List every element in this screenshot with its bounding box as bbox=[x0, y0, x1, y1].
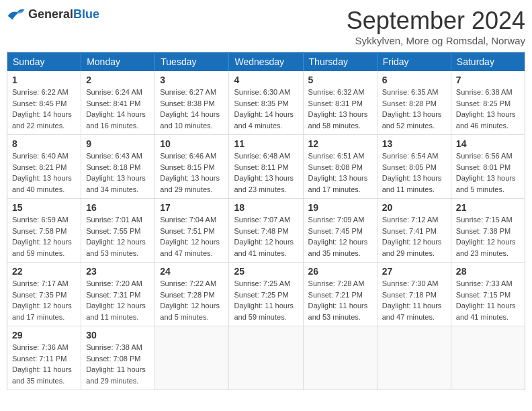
day-number: 4 bbox=[234, 75, 298, 85]
header: GeneralBlue September 2024 Sykkylven, Mo… bbox=[7, 7, 525, 46]
header-monday: Monday bbox=[81, 52, 155, 72]
day-number: 23 bbox=[86, 266, 150, 277]
day-number: 16 bbox=[86, 202, 150, 213]
day-number: 1 bbox=[12, 75, 76, 85]
day-cell: 15Sunrise: 6:59 AMSunset: 7:58 PMDayligh… bbox=[7, 199, 81, 263]
day-number: 10 bbox=[160, 138, 224, 149]
day-cell: 5Sunrise: 6:32 AMSunset: 8:31 PMDaylight… bbox=[303, 71, 377, 135]
day-info: Sunrise: 7:20 AMSunset: 7:31 PMDaylight:… bbox=[86, 278, 150, 322]
day-cell bbox=[229, 326, 303, 390]
day-cell: 3Sunrise: 6:27 AMSunset: 8:38 PMDaylight… bbox=[155, 71, 229, 135]
day-number: 28 bbox=[456, 266, 520, 277]
day-cell: 7Sunrise: 6:38 AMSunset: 8:25 PMDaylight… bbox=[451, 71, 525, 135]
day-info: Sunrise: 7:30 AMSunset: 7:18 PMDaylight:… bbox=[382, 278, 446, 322]
day-info: Sunrise: 6:46 AMSunset: 8:15 PMDaylight:… bbox=[160, 150, 224, 195]
day-info: Sunrise: 6:43 AMSunset: 8:18 PMDaylight:… bbox=[86, 150, 150, 195]
day-cell: 17Sunrise: 7:04 AMSunset: 7:51 PMDayligh… bbox=[155, 199, 229, 263]
day-number: 6 bbox=[382, 75, 446, 85]
day-number: 29 bbox=[12, 330, 76, 340]
day-cell: 10Sunrise: 6:46 AMSunset: 8:15 PMDayligh… bbox=[155, 135, 229, 199]
day-number: 20 bbox=[382, 202, 446, 213]
week-row-3: 15Sunrise: 6:59 AMSunset: 7:58 PMDayligh… bbox=[7, 199, 525, 263]
day-cell: 22Sunrise: 7:17 AMSunset: 7:35 PMDayligh… bbox=[7, 263, 81, 326]
day-cell: 16Sunrise: 7:01 AMSunset: 7:55 PMDayligh… bbox=[81, 199, 155, 263]
day-info: Sunrise: 7:38 AMSunset: 7:08 PMDaylight:… bbox=[86, 342, 150, 386]
day-info: Sunrise: 6:38 AMSunset: 8:25 PMDaylight:… bbox=[456, 87, 520, 131]
day-info: Sunrise: 7:15 AMSunset: 7:38 PMDaylight:… bbox=[456, 214, 520, 259]
day-info: Sunrise: 7:12 AMSunset: 7:41 PMDaylight:… bbox=[382, 214, 446, 259]
days-header-row: SundayMondayTuesdayWednesdayThursdayFrid… bbox=[7, 52, 525, 72]
day-cell: 23Sunrise: 7:20 AMSunset: 7:31 PMDayligh… bbox=[81, 263, 155, 326]
day-info: Sunrise: 7:17 AMSunset: 7:35 PMDaylight:… bbox=[12, 278, 76, 322]
day-cell: 29Sunrise: 7:36 AMSunset: 7:11 PMDayligh… bbox=[7, 326, 81, 390]
day-number: 9 bbox=[86, 138, 150, 149]
day-info: Sunrise: 6:22 AMSunset: 8:45 PMDaylight:… bbox=[12, 87, 76, 131]
title-section: September 2024 Sykkylven, More og Romsda… bbox=[347, 7, 525, 46]
main-title: September 2024 bbox=[347, 7, 525, 35]
day-number: 30 bbox=[86, 330, 150, 340]
day-cell: 11Sunrise: 6:48 AMSunset: 8:11 PMDayligh… bbox=[229, 135, 303, 199]
day-cell: 12Sunrise: 6:51 AMSunset: 8:08 PMDayligh… bbox=[303, 135, 377, 199]
day-number: 12 bbox=[308, 138, 372, 149]
day-number: 22 bbox=[12, 266, 76, 277]
day-info: Sunrise: 6:51 AMSunset: 8:08 PMDaylight:… bbox=[308, 150, 372, 195]
day-cell bbox=[155, 326, 229, 390]
subtitle: Sykkylven, More og Romsdal, Norway bbox=[347, 35, 525, 46]
day-cell: 19Sunrise: 7:09 AMSunset: 7:45 PMDayligh… bbox=[303, 199, 377, 263]
header-friday: Friday bbox=[377, 52, 451, 72]
header-sunday: Sunday bbox=[7, 52, 81, 72]
week-row-1: 1Sunrise: 6:22 AMSunset: 8:45 PMDaylight… bbox=[7, 71, 525, 135]
day-info: Sunrise: 6:56 AMSunset: 8:01 PMDaylight:… bbox=[456, 150, 520, 195]
day-cell: 9Sunrise: 6:43 AMSunset: 8:18 PMDaylight… bbox=[81, 135, 155, 199]
day-info: Sunrise: 6:35 AMSunset: 8:28 PMDaylight:… bbox=[382, 87, 446, 131]
header-wednesday: Wednesday bbox=[229, 52, 303, 72]
day-number: 21 bbox=[456, 202, 520, 213]
day-number: 14 bbox=[456, 138, 520, 149]
day-number: 17 bbox=[160, 202, 224, 213]
day-info: Sunrise: 7:04 AMSunset: 7:51 PMDaylight:… bbox=[160, 214, 224, 259]
day-number: 25 bbox=[234, 266, 298, 277]
day-number: 18 bbox=[234, 202, 298, 213]
day-cell: 21Sunrise: 7:15 AMSunset: 7:38 PMDayligh… bbox=[451, 199, 525, 263]
day-cell bbox=[377, 326, 451, 390]
day-cell: 1Sunrise: 6:22 AMSunset: 8:45 PMDaylight… bbox=[7, 71, 81, 135]
day-info: Sunrise: 7:33 AMSunset: 7:15 PMDaylight:… bbox=[456, 278, 520, 322]
day-number: 3 bbox=[160, 75, 224, 85]
day-cell: 30Sunrise: 7:38 AMSunset: 7:08 PMDayligh… bbox=[81, 326, 155, 390]
day-number: 19 bbox=[308, 202, 372, 213]
day-number: 7 bbox=[456, 75, 520, 85]
day-cell: 14Sunrise: 6:56 AMSunset: 8:01 PMDayligh… bbox=[451, 135, 525, 199]
day-info: Sunrise: 6:27 AMSunset: 8:38 PMDaylight:… bbox=[160, 87, 224, 131]
day-number: 11 bbox=[234, 138, 298, 149]
day-info: Sunrise: 7:09 AMSunset: 7:45 PMDaylight:… bbox=[308, 214, 372, 259]
week-row-4: 22Sunrise: 7:17 AMSunset: 7:35 PMDayligh… bbox=[7, 263, 525, 326]
logo: GeneralBlue bbox=[7, 7, 99, 21]
day-cell: 18Sunrise: 7:07 AMSunset: 7:48 PMDayligh… bbox=[229, 199, 303, 263]
logo-general: General bbox=[28, 7, 73, 21]
day-cell: 6Sunrise: 6:35 AMSunset: 8:28 PMDaylight… bbox=[377, 71, 451, 135]
header-tuesday: Tuesday bbox=[155, 52, 229, 72]
day-cell bbox=[303, 326, 377, 390]
day-number: 5 bbox=[308, 75, 372, 85]
day-cell: 13Sunrise: 6:54 AMSunset: 8:05 PMDayligh… bbox=[377, 135, 451, 199]
logo-icon bbox=[7, 7, 26, 21]
day-cell: 27Sunrise: 7:30 AMSunset: 7:18 PMDayligh… bbox=[377, 263, 451, 326]
day-info: Sunrise: 6:48 AMSunset: 8:11 PMDaylight:… bbox=[234, 150, 298, 195]
day-cell: 24Sunrise: 7:22 AMSunset: 7:28 PMDayligh… bbox=[155, 263, 229, 326]
header-saturday: Saturday bbox=[451, 52, 525, 72]
day-info: Sunrise: 6:24 AMSunset: 8:41 PMDaylight:… bbox=[86, 87, 150, 131]
week-row-5: 29Sunrise: 7:36 AMSunset: 7:11 PMDayligh… bbox=[7, 326, 525, 390]
header-thursday: Thursday bbox=[303, 52, 377, 72]
day-info: Sunrise: 7:28 AMSunset: 7:21 PMDaylight:… bbox=[308, 278, 372, 322]
day-info: Sunrise: 7:25 AMSunset: 7:25 PMDaylight:… bbox=[234, 278, 298, 322]
day-number: 27 bbox=[382, 266, 446, 277]
day-cell: 20Sunrise: 7:12 AMSunset: 7:41 PMDayligh… bbox=[377, 199, 451, 263]
day-info: Sunrise: 7:01 AMSunset: 7:55 PMDaylight:… bbox=[86, 214, 150, 259]
day-cell: 2Sunrise: 6:24 AMSunset: 8:41 PMDaylight… bbox=[81, 71, 155, 135]
day-number: 8 bbox=[12, 138, 76, 149]
day-info: Sunrise: 6:54 AMSunset: 8:05 PMDaylight:… bbox=[382, 150, 446, 195]
day-number: 26 bbox=[308, 266, 372, 277]
week-row-2: 8Sunrise: 6:40 AMSunset: 8:21 PMDaylight… bbox=[7, 135, 525, 199]
day-number: 24 bbox=[160, 266, 224, 277]
day-cell: 8Sunrise: 6:40 AMSunset: 8:21 PMDaylight… bbox=[7, 135, 81, 199]
